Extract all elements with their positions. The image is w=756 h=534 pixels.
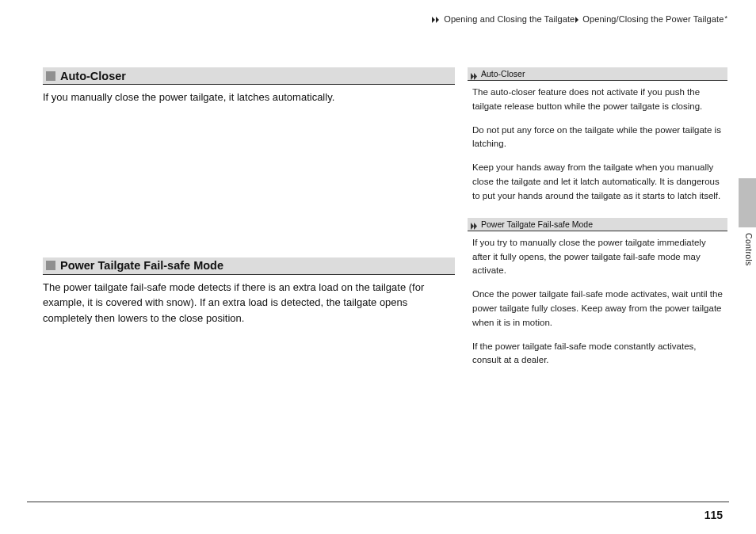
- svg-marker-3: [471, 73, 474, 80]
- breadcrumb-part-2: Opening/Closing the Power Tailgate: [582, 14, 724, 24]
- section-title: Auto-Closer: [60, 70, 126, 82]
- breadcrumb-arrow-icon: [575, 15, 582, 25]
- tip-header: Power Tailgate Fail-safe Mode: [468, 218, 727, 231]
- main-column: Auto-Closer If you manually close the po…: [43, 67, 455, 326]
- svg-marker-4: [474, 73, 477, 80]
- info-double-chevron-icon: [471, 70, 479, 78]
- page-number: 115: [704, 509, 723, 521]
- breadcrumb: Opening and Closing the Tailgate Opening…: [43, 14, 727, 25]
- info-double-chevron-icon: [471, 219, 479, 228]
- tip-title: Auto-Closer: [481, 69, 525, 78]
- svg-marker-1: [436, 17, 439, 23]
- tip-failsafe-mode: Power Tailgate Fail-safe Mode If you try…: [468, 218, 727, 368]
- tip-paragraph: If the power tailgate fail-safe mode con…: [472, 340, 723, 368]
- breadcrumb-part-1: Opening and Closing the Tailgate: [444, 14, 575, 24]
- section-tab-label: Controls: [744, 233, 754, 266]
- section-header: Auto-Closer: [43, 67, 455, 85]
- tip-header: Auto-Closer: [468, 67, 727, 81]
- tip-auto-closer: Auto-Closer The auto-closer feature does…: [468, 67, 727, 204]
- section-body: If you manually close the power tailgate…: [43, 90, 455, 105]
- svg-marker-2: [575, 17, 578, 23]
- breadcrumb-footnote-marker: *: [724, 14, 727, 22]
- section-header: Power Tailgate Fail-safe Mode: [43, 257, 455, 275]
- svg-marker-0: [432, 17, 435, 23]
- svg-marker-5: [471, 223, 474, 230]
- manual-page: Opening and Closing the Tailgate Opening…: [0, 0, 756, 534]
- section-tab: [739, 178, 756, 227]
- square-bullet-icon: [46, 71, 55, 81]
- breadcrumb-arrow-icon: [432, 15, 443, 25]
- sidebar-column: Auto-Closer The auto-closer feature does…: [468, 67, 727, 382]
- tip-title: Power Tailgate Fail-safe Mode: [481, 219, 593, 229]
- tip-body: The auto-closer feature does not activat…: [468, 81, 727, 204]
- content-columns: Auto-Closer If you manually close the po…: [43, 67, 727, 382]
- tip-body: If you try to manually close the power t…: [468, 231, 727, 368]
- section-auto-closer: Auto-Closer If you manually close the po…: [43, 67, 455, 105]
- section-failsafe-mode: Power Tailgate Fail-safe Mode The power …: [43, 257, 455, 326]
- tip-paragraph: The auto-closer feature does not activat…: [472, 86, 723, 114]
- tip-paragraph: Do not put any force on the tailgate whi…: [472, 124, 723, 152]
- footer-divider: [27, 502, 729, 502]
- svg-marker-6: [474, 223, 477, 230]
- tip-paragraph: If you try to manually close the power t…: [472, 236, 723, 278]
- section-body: The power tailgate fail-safe mode detect…: [43, 280, 455, 326]
- square-bullet-icon: [46, 261, 55, 270]
- section-title: Power Tailgate Fail-safe Mode: [60, 259, 223, 272]
- tip-paragraph: Keep your hands away from the tailgate w…: [472, 161, 723, 203]
- tip-paragraph: Once the power tailgate fail-safe mode a…: [472, 288, 723, 330]
